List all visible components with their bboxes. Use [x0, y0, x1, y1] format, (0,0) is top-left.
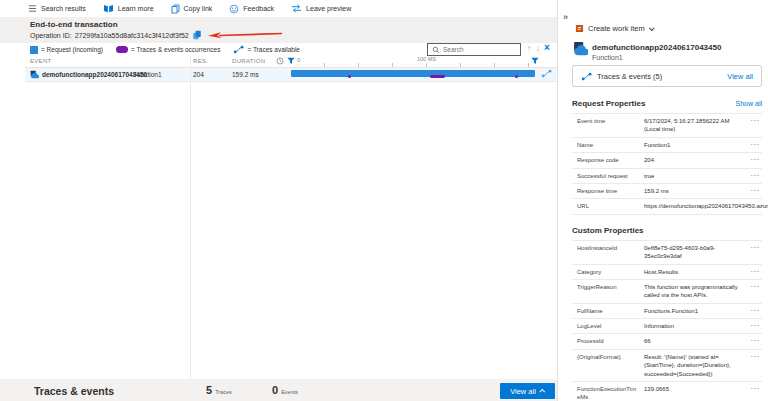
more-options-icon[interactable] — [751, 244, 762, 250]
property-value: https://demofunctionapp20240617043450.az… — [644, 202, 768, 210]
close-search-icon[interactable]: × — [544, 42, 550, 53]
property-row: Name Function1 — [572, 138, 762, 153]
create-work-item-button[interactable]: Create work item — [575, 24, 653, 33]
property-row: URL https://demofunctionapp2024061704345… — [572, 199, 762, 214]
search-results-icon — [28, 4, 37, 13]
view-all-button[interactable]: View all — [500, 383, 555, 399]
more-options-icon[interactable] — [751, 172, 762, 178]
legend-occurrences-label: = Traces & events occurrences — [131, 46, 220, 53]
trace-occurrence-marker — [430, 75, 445, 78]
axis-tick-zero: 0 — [297, 57, 301, 63]
column-header-res[interactable]: RES. — [193, 58, 208, 64]
traces-count-value: 5 — [206, 384, 212, 396]
custom-properties-title: Custom Properties — [572, 226, 644, 235]
card-view-all-link[interactable]: View all — [727, 72, 753, 81]
occurrences-swatch-icon — [116, 46, 128, 53]
traces-events-card[interactable]: Traces & events (5) View all — [572, 65, 762, 87]
more-options-icon[interactable] — [751, 187, 762, 193]
footer-title: Traces & events — [34, 385, 114, 397]
panel-operation-name: Function1 — [592, 54, 623, 61]
panel-app-name: demofunctionapp20240617043450 — [592, 43, 721, 52]
footer-events-count: 0 Events — [272, 384, 298, 396]
custom-properties-table: HostInstanceId 0eff8e75-d295-4603-b0a9-3… — [572, 240, 762, 401]
property-value: Functions.Function1 — [644, 307, 746, 315]
row-operation-name: Function1 — [133, 71, 162, 78]
property-value: 66 — [644, 337, 746, 345]
events-count-value: 0 — [272, 384, 278, 396]
range-filter-end-icon[interactable] — [531, 57, 539, 65]
annotation-arrow — [207, 30, 285, 40]
next-result-icon[interactable]: ↓ — [536, 44, 540, 53]
toolbar: Search results Learn more Copy link Feed… — [28, 0, 351, 17]
property-row: FullName Functions.Function1 — [572, 304, 762, 319]
footer-traces-count: 5 Traces — [206, 384, 232, 396]
more-options-icon[interactable] — [751, 353, 762, 359]
copy-link-button[interactable]: Copy link — [171, 4, 213, 14]
property-label: LogLevel — [577, 322, 639, 330]
feedback-button[interactable]: Feedback — [229, 4, 274, 14]
operation-id-value: 27299fa10a55d8afc314c3f412df3f52 — [75, 32, 189, 39]
property-row: FunctionExecutionTimeMs 139.0665 — [572, 382, 762, 401]
column-divider[interactable] — [190, 56, 191, 379]
property-row: Response time 159.2 ms — [572, 184, 762, 199]
chevron-down-icon — [649, 25, 655, 31]
request-properties-table: Event time 6/17/2024, 5:16:27.1856222 AM… — [572, 113, 762, 215]
toolbar-item-label: Copy link — [184, 5, 213, 12]
copy-operation-id-icon[interactable] — [192, 30, 202, 40]
more-options-icon[interactable] — [751, 268, 762, 274]
property-value: This function was programmatically calle… — [644, 283, 746, 300]
search-input[interactable] — [443, 46, 516, 53]
search-icon — [432, 46, 440, 54]
more-options-icon[interactable] — [751, 307, 762, 313]
more-options-icon[interactable] — [751, 141, 762, 147]
row-response-code: 204 — [193, 71, 204, 78]
traces-count-label: Traces — [215, 389, 232, 395]
events-count-label: Events — [281, 389, 298, 395]
property-value: true — [644, 172, 746, 180]
legend-occurrences: = Traces & events occurrences — [116, 46, 220, 53]
more-options-icon[interactable] — [751, 337, 762, 343]
traces-available-icon[interactable] — [541, 69, 552, 78]
property-row: Category Host.Results — [572, 265, 762, 280]
legend-available: = Traces available — [233, 45, 300, 54]
request-swatch-icon — [30, 46, 38, 54]
request-properties-header: Request Properties Show all — [572, 99, 762, 108]
property-row: LogLevel Information — [572, 319, 762, 334]
property-row: HostInstanceId 0eff8e75-d295-4603-b0a9-3… — [572, 241, 762, 265]
property-label: URL — [577, 202, 639, 210]
column-header-duration[interactable]: DURATION — [232, 58, 265, 64]
operation-id-label: Operation ID: — [30, 32, 72, 39]
property-row: Response code 204 — [572, 153, 762, 168]
row-app-name: demofunctionapp20240617043450 — [42, 71, 147, 78]
feedback-icon — [229, 4, 239, 14]
property-value: 159.2 ms — [644, 187, 746, 195]
search-results-button[interactable]: Search results — [28, 4, 86, 13]
more-options-icon[interactable] — [751, 283, 762, 289]
view-all-label: View all — [510, 387, 536, 396]
traces-available-icon — [233, 45, 244, 54]
learn-more-button[interactable]: Learn more — [103, 4, 154, 13]
more-options-icon[interactable] — [751, 117, 762, 123]
range-filter-start-icon[interactable] — [287, 57, 295, 65]
toolbar-item-label: Search results — [41, 5, 86, 12]
property-label: HostInstanceId — [577, 244, 639, 252]
property-value: 204 — [644, 156, 746, 164]
column-header-event[interactable]: EVENT — [30, 58, 52, 64]
more-options-icon[interactable] — [751, 156, 762, 162]
previous-result-icon[interactable]: ↑ — [527, 44, 531, 53]
more-options-icon[interactable] — [751, 385, 762, 391]
custom-properties-header: Custom Properties — [572, 226, 762, 235]
request-properties-title: Request Properties — [572, 99, 645, 108]
property-label: {OriginalFormat} — [577, 353, 639, 361]
leave-preview-button[interactable]: Leave preview — [291, 4, 351, 13]
show-all-link[interactable]: Show all — [736, 100, 762, 107]
create-work-item-label: Create work item — [588, 24, 645, 33]
more-options-icon[interactable] — [751, 322, 762, 328]
collapse-panel-icon[interactable] — [563, 12, 568, 22]
request-timeline-bar[interactable] — [291, 70, 535, 77]
property-row: {OriginalFormat} Result: '{Name}' (start… — [572, 350, 762, 382]
property-label: Name — [577, 141, 639, 149]
legend-request: = Request (incoming) — [30, 46, 103, 54]
property-label: Response time — [577, 187, 639, 195]
property-value: Function1 — [644, 141, 746, 149]
